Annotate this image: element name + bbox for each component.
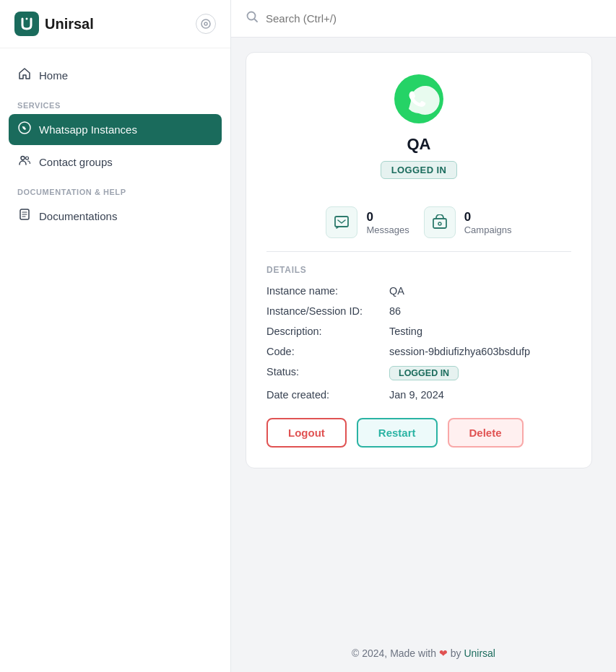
docs-section-label: DOCUMENTATION & HELP: [9, 179, 222, 201]
detail-description-value: Testing: [389, 326, 422, 337]
detail-instance-name-label: Instance name:: [266, 285, 389, 297]
svg-rect-14: [433, 219, 446, 228]
details-section: DETAILS Instance name: QA Instance/Sessi…: [266, 265, 571, 401]
svg-line-11: [255, 19, 258, 22]
detail-date: Date created: Jan 9, 2024: [266, 389, 571, 401]
svg-point-2: [204, 22, 207, 25]
whatsapp-logo: [393, 73, 445, 125]
search-input[interactable]: [266, 12, 602, 25]
card-container: QA LOGGED IN 0 Messages: [231, 38, 616, 634]
logo-area: Unirsal: [14, 12, 94, 36]
detail-description: Description: Testing: [266, 326, 571, 337]
sidebar-item-docs[interactable]: Documentations: [9, 201, 222, 232]
svg-point-5: [26, 157, 29, 160]
svg-point-4: [21, 157, 25, 160]
sidebar-item-home-label: Home: [39, 69, 68, 82]
sidebar: Unirsal Home SERVICES: [0, 0, 231, 672]
sidebar-nav: Home SERVICES Whatsapp Instances: [0, 48, 230, 672]
footer: © 2024, Made with ❤ by Unirsal: [231, 634, 616, 672]
detail-code-value: session-9bdiufizhya603bsdufp: [389, 346, 530, 357]
docs-icon: [17, 208, 32, 224]
detail-status-label: Status:: [266, 366, 389, 378]
campaigns-info: 0 Campaigns: [464, 210, 512, 235]
search-bar: [231, 0, 616, 38]
search-icon: [246, 10, 259, 27]
detail-status: Status: LOGGED IN: [266, 366, 571, 380]
messages-info: 0 Messages: [366, 210, 409, 235]
stat-campaigns: 0 Campaigns: [424, 206, 512, 238]
svg-point-0: [26, 18, 28, 20]
svg-point-15: [438, 222, 441, 225]
detail-code: Code: session-9bdiufizhya603bsdufp: [266, 346, 571, 357]
instance-name: QA: [407, 135, 431, 154]
services-section-label: SERVICES: [9, 92, 222, 114]
card-top: QA LOGGED IN: [266, 73, 571, 179]
detail-session-id: Instance/Session ID: 86: [266, 305, 571, 317]
detail-code-label: Code:: [266, 346, 389, 357]
stat-messages: 0 Messages: [326, 206, 409, 238]
sidebar-item-whatsapp[interactable]: Whatsapp Instances: [9, 114, 222, 145]
campaigns-count: 0: [464, 210, 512, 224]
stats-row: 0 Messages 0 Campaigns: [266, 193, 571, 252]
sidebar-item-contacts[interactable]: Contact groups: [9, 147, 222, 178]
action-buttons: Logout Restart Delete: [266, 418, 571, 448]
sidebar-item-home[interactable]: Home: [9, 60, 222, 91]
detail-description-label: Description:: [266, 326, 389, 337]
campaigns-label: Campaigns: [464, 224, 512, 235]
logout-button[interactable]: Logout: [266, 418, 347, 448]
detail-session-id-label: Instance/Session ID:: [266, 305, 389, 317]
detail-date-value: Jan 9, 2024: [389, 389, 444, 401]
messages-icon-box: [326, 206, 357, 238]
app-name: Unirsal: [45, 16, 94, 32]
delete-button[interactable]: Delete: [448, 418, 524, 448]
messages-label: Messages: [366, 224, 409, 235]
whatsapp-nav-icon: [17, 121, 32, 138]
footer-text: © 2024, Made with: [352, 647, 436, 659]
details-title: DETAILS: [266, 265, 571, 275]
status-badge-top: LOGGED IN: [381, 161, 457, 179]
detail-instance-name-value: QA: [389, 285, 404, 297]
logo-icon: [14, 12, 39, 36]
instance-card: QA LOGGED IN 0 Messages: [246, 52, 592, 468]
detail-status-badge: LOGGED IN: [389, 366, 459, 380]
sidebar-item-whatsapp-label: Whatsapp Instances: [39, 123, 137, 136]
home-icon: [17, 67, 32, 84]
messages-count: 0: [366, 210, 409, 224]
restart-button[interactable]: Restart: [357, 418, 438, 448]
footer-brand-link[interactable]: Unirsal: [464, 647, 495, 659]
sidebar-item-contacts-label: Contact groups: [39, 156, 113, 168]
main-content: QA LOGGED IN 0 Messages: [231, 0, 616, 672]
sidebar-header: Unirsal: [0, 0, 230, 48]
svg-rect-13: [335, 217, 348, 227]
footer-by: by: [451, 647, 461, 659]
detail-session-id-value: 86: [389, 305, 401, 317]
svg-point-10: [248, 12, 256, 20]
detail-instance-name: Instance name: QA: [266, 285, 571, 297]
detail-date-label: Date created:: [266, 389, 389, 401]
svg-point-1: [201, 19, 210, 28]
heart-icon: ❤: [439, 647, 448, 659]
campaigns-icon-box: [424, 206, 456, 238]
contacts-icon: [17, 154, 32, 170]
sidebar-item-docs-label: Documentations: [39, 210, 117, 222]
settings-icon[interactable]: [196, 14, 216, 34]
